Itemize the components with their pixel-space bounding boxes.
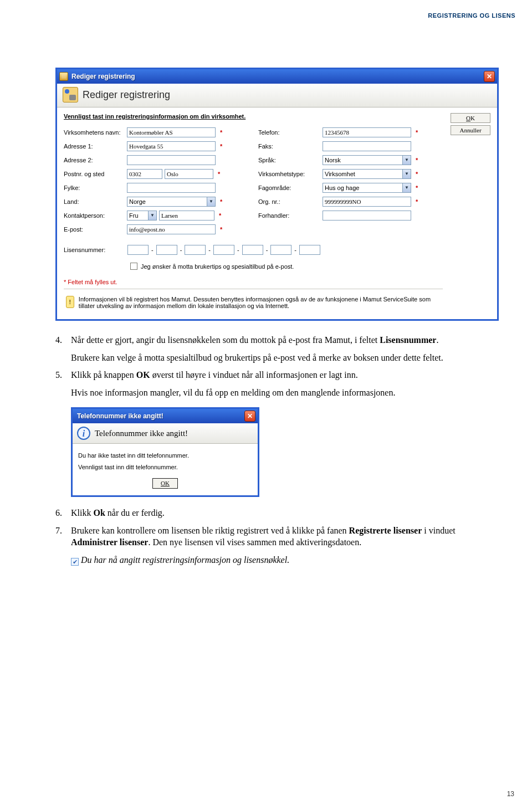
chevron-down-icon: ▼ <box>207 197 215 206</box>
edit-registration-dialog: Rediger registrering ✕ Rediger registrer… <box>55 68 499 321</box>
type-label: Virksomhetstype: <box>258 171 320 177</box>
step-number: 5. <box>55 369 71 381</box>
license-row: Lisensnummer: - - - - - - <box>64 245 443 255</box>
newsletter-checkbox[interactable] <box>130 263 137 270</box>
dialog-titlebar: Rediger registrering ✕ <box>57 69 497 84</box>
required-star: * <box>416 184 420 191</box>
step-4-sub: Brukere kan velge å motta spesialtilbud … <box>71 352 499 364</box>
forh-input[interactable] <box>323 211 411 221</box>
addr1-input[interactable] <box>127 141 216 151</box>
step-number: 4. <box>55 334 71 346</box>
document-body: 4. Når dette er gjort, angir du lisensnø… <box>55 334 499 566</box>
required-star: * <box>416 171 420 177</box>
chevron-down-icon: ▼ <box>402 170 411 178</box>
license-part-3[interactable] <box>185 245 206 255</box>
required-star: * <box>220 198 224 205</box>
dialog2-heading: Telefonnummer ikke angitt! <box>95 428 188 439</box>
tel-input[interactable] <box>323 127 411 137</box>
type-select[interactable]: Virksomhet▼ <box>323 169 411 179</box>
right-column: Telefon: * Faks: Språk: Norsk▼* Virks <box>258 125 443 236</box>
org-label: Org. nr.: <box>258 198 320 205</box>
warning-icon: ! <box>66 296 74 308</box>
required-star: * <box>416 129 420 136</box>
required-star: * <box>220 226 224 233</box>
license-part-6[interactable] <box>270 245 291 255</box>
section-header: REGISTRERING OG LISENS <box>428 12 515 19</box>
license-part-2[interactable] <box>156 245 177 255</box>
license-part-1[interactable] <box>127 245 149 255</box>
postcode-input[interactable] <box>127 169 162 179</box>
info-box: ! Informasjonen vil bli registrert hos M… <box>64 293 443 312</box>
phone-missing-dialog: Telefonnummer ikke angitt! ✕ i Telefonnu… <box>71 407 259 497</box>
side-buttons: OK Annuller <box>451 113 490 312</box>
post-label: Postnr. og sted <box>64 171 125 177</box>
ok-button[interactable]: OK <box>451 113 490 123</box>
required-note: * Feltet må fylles ut. <box>64 279 443 285</box>
step-number: 6. <box>55 507 71 519</box>
dialog2-ok-button[interactable]: OK <box>152 478 178 489</box>
step-number: 7. <box>55 525 71 548</box>
fax-label: Faks: <box>258 143 320 150</box>
required-star: * <box>220 143 224 150</box>
email-input[interactable] <box>127 224 216 234</box>
dialog2-titlebar: Telefonnummer ikke angitt! ✕ <box>73 409 258 423</box>
addr2-input[interactable] <box>127 155 216 165</box>
dialog-subheader: Rediger registrering <box>57 84 497 107</box>
addr1-label: Adresse 1: <box>64 143 125 150</box>
company-label: Virksomhetens navn: <box>64 129 125 136</box>
fag-select[interactable]: Hus og hage▼ <box>323 183 411 193</box>
dialog-heading: Rediger registrering <box>83 89 170 101</box>
org-input[interactable] <box>323 197 411 207</box>
land-select[interactable]: Norge▼ <box>127 197 216 207</box>
close-icon[interactable]: ✕ <box>244 411 255 422</box>
dialog2-line2: Vennligst tast inn ditt telefonnummer. <box>78 463 252 471</box>
instruction-text: Vennligst tast inn registreringsinformas… <box>64 113 443 120</box>
dialog2-line1: Du har ikke tastet inn ditt telefonnumme… <box>78 452 252 460</box>
fylke-input[interactable] <box>127 183 216 193</box>
chevron-down-icon: ▼ <box>402 183 411 192</box>
lang-label: Språk: <box>258 157 320 163</box>
required-star: * <box>416 198 420 205</box>
newsletter-label: Jeg ønsker å motta brukertips og spesial… <box>141 263 294 270</box>
dialog2-title: Telefonnummer ikke angitt! <box>75 412 244 421</box>
step-5-sub: Hvis noe informasjon mangler, vil du få … <box>71 387 499 399</box>
toolbox-icon <box>63 87 78 102</box>
license-part-4[interactable] <box>213 245 234 255</box>
lang-select[interactable]: Norsk▼ <box>323 155 411 165</box>
info-icon: i <box>77 427 90 440</box>
chevron-down-icon: ▼ <box>148 211 156 220</box>
info-text: Informasjonen vil bli registrert hos Mam… <box>79 296 441 309</box>
city-input[interactable] <box>165 169 213 179</box>
step-5-text: Klikk på knappen OK øverst til høyre i v… <box>71 369 499 381</box>
company-input[interactable] <box>127 127 216 137</box>
step-4-text: Når dette er gjort, angir du lisensnøkke… <box>71 334 499 346</box>
email-label: E-post: <box>64 226 125 233</box>
close-icon[interactable]: ✕ <box>484 71 495 82</box>
required-star: * <box>220 129 224 136</box>
forh-label: Forhandler: <box>258 212 320 219</box>
title-select[interactable]: Fru▼ <box>127 211 157 221</box>
license-part-7[interactable] <box>299 245 320 255</box>
required-star: * <box>219 212 223 219</box>
step-6-text: Klikk Ok når du er ferdig. <box>71 507 499 519</box>
fax-input[interactable] <box>323 141 411 151</box>
checkmark-icon: ✔ <box>71 558 79 566</box>
fag-label: Fagområde: <box>258 184 320 191</box>
addr2-label: Adresse 2: <box>64 157 125 163</box>
contact-name-input[interactable] <box>159 211 214 221</box>
left-column: Virksomhetens navn: * Adresse 1: * Adres… <box>64 125 248 236</box>
license-label: Lisensnummer: <box>64 247 125 253</box>
required-star: * <box>218 171 222 177</box>
license-part-5[interactable] <box>242 245 263 255</box>
step-7-text: Brukere kan kontrollere om lisensen ble … <box>71 525 499 548</box>
land-label: Land: <box>64 198 125 205</box>
divider <box>64 289 443 289</box>
tel-label: Telefon: <box>258 129 320 136</box>
contact-label: Kontaktperson: <box>64 212 125 219</box>
app-icon <box>59 72 68 81</box>
cancel-button[interactable]: Annuller <box>451 125 490 135</box>
completion-note: ✔Du har nå angitt registreringsinformasj… <box>71 554 499 566</box>
dialog-title: Rediger registrering <box>71 73 484 80</box>
fylke-label: Fylke: <box>64 184 125 191</box>
required-star: * <box>416 157 420 163</box>
